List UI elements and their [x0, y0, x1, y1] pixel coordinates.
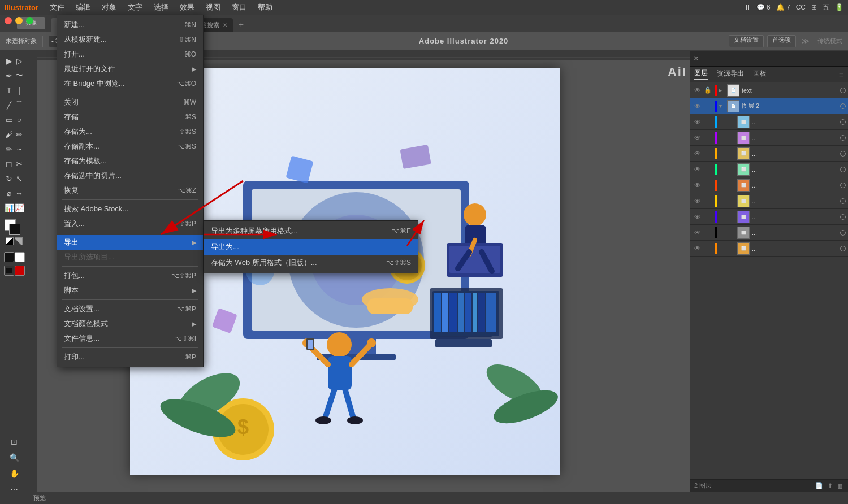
preferences-button[interactable]: 首选项 — [767, 35, 796, 47]
fm-item-11[interactable]: 存储选中的切片... — [57, 168, 203, 183]
paintbrush-tool[interactable]: 🖌 — [5, 128, 14, 141]
scissor-tool[interactable]: ✂ — [15, 157, 24, 171]
layer-circle-9[interactable] — [840, 230, 846, 236]
layer-circle-0[interactable] — [840, 88, 846, 93]
layer-row-7[interactable]: 👁 ⬜ ... — [690, 193, 848, 209]
eye-icon-3[interactable]: 👁 — [692, 134, 703, 142]
black-swatch[interactable] — [4, 252, 14, 262]
eye-icon-2[interactable]: 👁 — [692, 118, 703, 126]
fm-item-20[interactable]: 打包... ⌥⇧⌘P — [57, 268, 203, 283]
zoom-pan-group[interactable]: 🔍 — [5, 451, 24, 464]
pen-tool[interactable]: ✒ — [5, 69, 14, 82]
layer-circle-7[interactable] — [840, 198, 846, 204]
type-extra-tool[interactable]: | — [15, 84, 24, 97]
layer-row-5[interactable]: 👁 ⬜ ... — [690, 162, 848, 177]
rectangle-tool[interactable]: ▭ — [5, 113, 14, 127]
layer-circle-2[interactable] — [840, 119, 846, 125]
layer-circle-4[interactable] — [840, 151, 846, 157]
fm-item-6[interactable]: 关闭 ⌘W — [57, 95, 203, 110]
layer-row-1[interactable]: 👁 ▾ 📄 图层 2 — [690, 98, 848, 114]
menu-view[interactable]: 视图 — [201, 1, 225, 14]
eye-icon-5[interactable]: 👁 — [692, 166, 703, 173]
menu-effect[interactable]: 效果 — [175, 1, 199, 14]
rotate-tool[interactable]: ↻ — [5, 172, 14, 185]
layer-circle-5[interactable] — [840, 167, 846, 172]
type-tool[interactable]: T — [5, 84, 14, 97]
layer-row-2[interactable]: 👁 ⬜ ... — [690, 114, 848, 130]
blob-brush-tool[interactable]: ✏ — [15, 128, 24, 141]
line-tool[interactable]: ╱ — [5, 98, 14, 112]
fm-item-7[interactable]: 存储 ⌘S — [57, 110, 203, 124]
menu-object[interactable]: 对象 — [97, 1, 121, 14]
artboard-tool[interactable]: ⊡ — [5, 435, 24, 449]
eye-icon-1[interactable]: 👁 — [692, 102, 703, 110]
layer-row-0[interactable]: 👁 🔒 ▸ 📄 text — [690, 82, 848, 98]
layer-row-3[interactable]: 👁 ⬜ ... — [690, 130, 848, 146]
expand-icon-1[interactable]: ▾ — [719, 103, 727, 109]
fm-item-17[interactable]: 导出 ▶ — [57, 235, 203, 250]
eye-icon-7[interactable]: 👁 — [692, 197, 703, 205]
panel-tab-layers[interactable]: 图层 — [694, 68, 708, 80]
new-layer-icon[interactable]: 📄 — [815, 482, 823, 489]
hand-tool[interactable]: ✋ — [5, 467, 24, 480]
black-stroke[interactable] — [4, 266, 14, 276]
eye-icon-0[interactable]: 👁 — [692, 86, 703, 94]
width-tool[interactable]: ↔ — [15, 186, 24, 200]
fm-item-9[interactable]: 存储副本... ⌥⌘S — [57, 139, 203, 154]
select-tool[interactable]: ▶ — [5, 54, 14, 68]
maximize-button[interactable] — [26, 17, 33, 24]
menu-text[interactable]: 文字 — [123, 1, 147, 14]
minimize-button[interactable] — [15, 17, 23, 24]
scale-tool[interactable]: ⤡ — [15, 172, 24, 185]
layer-row-6[interactable]: 👁 ⬜ ... — [690, 177, 848, 193]
eraser-tool[interactable]: ◻ — [5, 157, 14, 171]
reset-colors[interactable] — [6, 237, 14, 245]
fm-item-1[interactable]: 从模板新建... ⇧⌘N — [57, 32, 203, 47]
layer-circle-10[interactable] — [840, 246, 846, 251]
menu-select[interactable]: 选择 — [149, 1, 173, 14]
new-tab-button[interactable]: + — [234, 18, 248, 32]
white-swatch[interactable] — [15, 252, 25, 262]
warp-tool[interactable]: ⌀ — [5, 186, 14, 200]
extend-icon[interactable]: ≫ — [802, 37, 810, 45]
graph-tool[interactable]: 📊 — [5, 201, 14, 215]
smooth-tool[interactable]: ~ — [15, 142, 24, 156]
fm-item-24[interactable]: 文档颜色模式 ▶ — [57, 316, 203, 331]
fm-item-8[interactable]: 存储为... ⇧⌘S — [57, 124, 203, 139]
layer-row-10[interactable]: 👁 ⬜ ... — [690, 241, 848, 257]
fm-item-25[interactable]: 文件信息... ⌥⇧⌘I — [57, 331, 203, 346]
fm-item-10[interactable]: 存储为模板... — [57, 154, 203, 168]
panel-tab-artboard[interactable]: 画板 — [753, 69, 767, 80]
panel-close-icon[interactable]: ✕ — [693, 54, 699, 63]
zoom-tool[interactable]: ⋯ — [5, 483, 24, 496]
eye-icon-8[interactable]: 👁 — [692, 213, 703, 221]
ellipse-tool[interactable]: ○ — [15, 113, 24, 127]
swap-colors[interactable] — [15, 237, 23, 245]
red-slash-icon[interactable] — [15, 266, 25, 276]
column-graph-tool[interactable]: 📈 — [15, 201, 24, 215]
fm-item-12[interactable]: 恢复 ⌥⌘Z — [57, 183, 203, 198]
fm-item-27[interactable]: 打印... ⌘P — [57, 350, 203, 364]
pencil-tool[interactable]: ✏ — [5, 142, 14, 156]
fm-item-15[interactable]: 置入... ⇧⌘P — [57, 216, 203, 231]
eye-icon-6[interactable]: 👁 — [692, 181, 703, 189]
stroke-swatch[interactable] — [9, 224, 20, 235]
fm-item-0[interactable]: 新建... ⌘N — [57, 18, 203, 32]
layer-row-4[interactable]: 👁 ⬜ ... — [690, 146, 848, 162]
fm-item-23[interactable]: 文档设置... ⌥⌘P — [57, 302, 203, 316]
fm-item-3[interactable]: 最近打开的文件 ▶ — [57, 62, 203, 76]
menu-window[interactable]: 窗口 — [227, 1, 251, 14]
layer-row-8[interactable]: 👁 ⬜ ... — [690, 209, 848, 225]
layer-circle-3[interactable] — [840, 135, 846, 141]
esm-item-2[interactable]: 存储为 Web 所用格式（旧版）... ⌥⇧⌘S — [204, 255, 418, 271]
layer-circle-8[interactable] — [840, 214, 846, 220]
layer-row-9[interactable]: 👁 ⬜ ... — [690, 225, 848, 241]
layer-circle-1[interactable] — [840, 103, 846, 109]
expand-icon-0[interactable]: ▸ — [719, 87, 727, 93]
fm-item-4[interactable]: 在 Bridge 中浏览... ⌥⌘O — [57, 76, 203, 91]
panel-tab-export[interactable]: 资源导出 — [717, 69, 744, 80]
fm-item-14[interactable]: 搜索 Adobe Stock... — [57, 202, 203, 216]
menu-file[interactable]: 文件 — [45, 1, 69, 14]
esm-item-0[interactable]: 导出为多种屏幕所用格式... ⌥⌘E — [204, 223, 418, 239]
arc-tool[interactable]: ⌒ — [15, 98, 24, 112]
